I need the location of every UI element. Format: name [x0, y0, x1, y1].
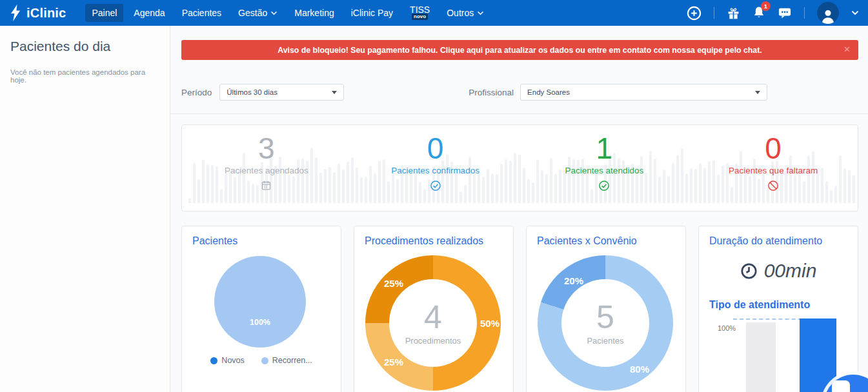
donut-total-label: Procedimentos	[405, 336, 461, 346]
gift-icon	[727, 6, 740, 20]
pie-slice-label: 100%	[250, 318, 270, 348]
person-icon	[820, 7, 836, 24]
nav-item-outros[interactable]: Outros	[440, 4, 490, 22]
charts-row: Pacientes 100% NovosRecorren... Procedim…	[181, 226, 858, 392]
stat-value: 1	[596, 133, 613, 165]
nav-right-icons: 1	[687, 2, 859, 24]
attendance-type-title: Tipo de atendimento	[709, 299, 847, 311]
select-caret-icon	[755, 91, 760, 94]
select-caret-icon	[332, 91, 337, 94]
chat-icon	[778, 6, 792, 19]
top-navigation: iClinic PainelAgendaPacientesGestãoMarke…	[0, 0, 868, 26]
check-circle-icon	[598, 180, 610, 191]
stat-label: Pacientes confirmados	[391, 166, 479, 175]
stat-pacientes-agendados: 3Pacientes agendados	[182, 125, 351, 211]
slice-label: 25%	[384, 278, 403, 289]
insurance-chart-card: Pacientes x Convênio 20% 80% 5 Pacientes	[526, 226, 686, 392]
chat-window-icon	[832, 380, 850, 392]
slice-label: 25%	[384, 357, 403, 368]
iclinic-logo[interactable]: iClinic	[9, 5, 66, 21]
iclinic-dashboard: iClinic PainelAgendaPacientesGestãoMarke…	[0, 0, 868, 392]
professional-value: Endy Soares	[527, 88, 570, 96]
duration-value: 00min	[764, 260, 817, 282]
slash-circle-icon	[767, 180, 779, 191]
patients-chart-card: Pacientes 100% NovosRecorren...	[181, 226, 341, 392]
card-title: Duração do atendimento	[709, 235, 847, 247]
professional-select[interactable]: Endy Soares	[520, 84, 767, 101]
dashboard-main: Aviso de bloqueio! Seu pagamento falhou.…	[170, 26, 868, 392]
procedures-donut-chart[interactable]: 25% 50% 25% 4 Procedimentos	[365, 255, 501, 391]
sidebar-title: Pacientes do dia	[10, 39, 159, 54]
legend-dot	[261, 357, 268, 364]
daily-stats-card: 3Pacientes agendados0Pacientes confirmad…	[181, 124, 858, 211]
stat-pacientes-atendidos: 1Pacientes atendidos	[520, 125, 689, 211]
stat-label: Pacientes atendidos	[565, 166, 644, 175]
nav-menu: PainelAgendaPacientesGestãoMarketingiCli…	[85, 4, 490, 22]
section-divider	[170, 113, 868, 114]
donut-center: 4 Procedimentos	[389, 279, 477, 367]
chevron-down-icon	[270, 11, 278, 15]
stat-label: Pacientes que faltaram	[729, 166, 818, 175]
nav-item-iclinic-pay[interactable]: iClinic Pay	[345, 4, 399, 22]
patients-pie-chart[interactable]: 100%	[214, 256, 306, 348]
patients-legend: NovosRecorren...	[182, 356, 341, 365]
chevron-down-icon	[477, 11, 484, 15]
add-button[interactable]	[687, 6, 701, 21]
nav-item-tiss[interactable]: TISSnovo	[403, 4, 436, 22]
donut-center: 5 Pacientes	[561, 279, 649, 367]
stat-value: 0	[765, 133, 782, 165]
period-select[interactable]: Últimos 30 dias	[219, 84, 344, 101]
slice-label: 80%	[630, 364, 649, 375]
clock-icon	[740, 262, 758, 280]
filters-row: Período Últimos 30 dias Profissional End…	[181, 84, 858, 101]
bar-0[interactable]	[746, 322, 776, 392]
duration-card: Duração do atendimento 00min Tipo de ate…	[698, 226, 858, 392]
calendar-icon	[261, 180, 272, 191]
donut-total: 5	[596, 301, 614, 333]
card-title: Procedimentos realizados	[365, 235, 503, 247]
account-chevron-down-icon[interactable]	[851, 10, 859, 15]
plus-circle-icon	[687, 6, 701, 21]
nav-item-painel[interactable]: Painel	[85, 4, 123, 22]
donut-total: 4	[424, 301, 442, 333]
rewards-button[interactable]	[727, 6, 740, 20]
professional-label: Profissional	[469, 88, 514, 97]
messages-button[interactable]	[778, 6, 792, 19]
stat-label: Pacientes agendados	[225, 166, 308, 175]
nav-item-pacientes[interactable]: Pacientes	[176, 4, 228, 22]
procedures-chart-card: Procedimentos realizados 25% 50% 25% 4 P…	[354, 226, 514, 392]
nav-item-gest-o[interactable]: Gestão	[232, 4, 284, 22]
period-label: Período	[181, 88, 212, 97]
novo-badge: novo	[412, 14, 428, 20]
y-axis-tick-label: 100%	[718, 324, 736, 332]
notifications-button[interactable]: 1	[752, 6, 765, 20]
donut-total-label: Pacientes	[587, 336, 623, 346]
legend-dot	[210, 357, 217, 364]
sidebar-empty-message: Você não tem pacientes agendados para ho…	[10, 68, 159, 84]
patients-of-day-panel: Pacientes do dia Você não tem pacientes …	[0, 26, 170, 392]
slice-label: 20%	[564, 275, 583, 286]
card-title: Pacientes	[192, 235, 330, 247]
nav-item-agenda[interactable]: Agenda	[127, 4, 171, 22]
nav-item-marketing[interactable]: Marketing	[288, 4, 340, 22]
insurance-donut-chart[interactable]: 20% 80% 5 Pacientes	[538, 255, 673, 391]
payment-blocked-alert[interactable]: Aviso de bloqueio! Seu pagamento falhou.…	[181, 40, 858, 60]
alert-message: Aviso de bloqueio! Seu pagamento falhou.…	[278, 46, 762, 55]
period-value: Últimos 30 dias	[227, 88, 278, 96]
slice-label: 50%	[480, 318, 500, 329]
card-title: Pacientes x Convênio	[537, 235, 675, 247]
alert-close-icon[interactable]: ✕	[843, 45, 851, 54]
check-circle-icon	[430, 180, 441, 191]
duration-row: 00min	[709, 260, 847, 282]
divider	[714, 7, 714, 19]
brand-name: iClinic	[26, 6, 66, 21]
notification-badge: 1	[761, 1, 771, 11]
user-avatar[interactable]	[817, 2, 839, 24]
divider	[804, 7, 805, 19]
stat-pacientes-que-faltaram: 0Pacientes que faltaram	[689, 125, 858, 211]
bar-1[interactable]	[800, 318, 836, 392]
legend-item-recorren[interactable]: Recorren...	[261, 356, 312, 365]
logo-bolt-icon	[9, 5, 22, 21]
stat-value: 3	[258, 133, 275, 165]
legend-item-novos[interactable]: Novos	[210, 356, 244, 365]
